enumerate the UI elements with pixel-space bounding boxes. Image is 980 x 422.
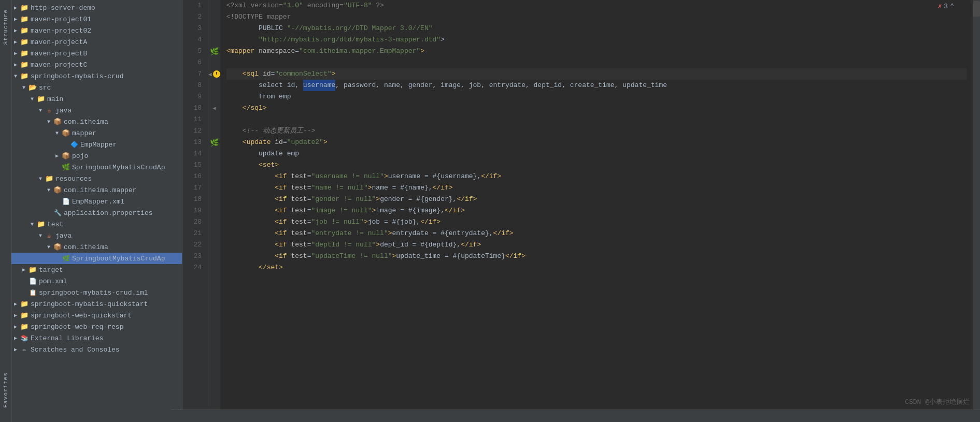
- arrow-icon: ▶: [11, 335, 20, 341]
- error-icon: ✗: [938, 2, 942, 10]
- tree-item-label: springboot-mybatis-crud.iml: [39, 289, 148, 297]
- folder-icon: 📁: [20, 4, 29, 12]
- sidebar-item-maven-project02[interactable]: ▶ 📁 maven-project02: [11, 25, 182, 36]
- tree-item-label: maven-projectA: [31, 38, 87, 46]
- java-test-icon: 🌿: [61, 255, 70, 263]
- folder-icon: 📁: [20, 61, 29, 69]
- tree-item-label: springboot-mybatis-quickstart: [31, 300, 148, 308]
- arrow-icon: ▶: [11, 50, 20, 56]
- tree-item-label: target: [39, 266, 63, 274]
- iml-file-icon: 📋: [28, 289, 37, 297]
- tree-item-label: maven-project02: [31, 27, 91, 35]
- folder-icon: 📁: [20, 311, 29, 319]
- arrow-icon: ▶: [11, 324, 20, 330]
- package-icon: 📦: [61, 152, 70, 160]
- package-icon: 📦: [53, 118, 62, 126]
- sidebar-item-scratches-and-consoles[interactable]: ▶ ✏️ Scratches and Consoles: [11, 344, 182, 355]
- sidebar-item-external-libraries[interactable]: ▶ 📚 External Libraries: [11, 332, 182, 344]
- arrow-icon: ▶: [11, 27, 20, 34]
- sidebar-item-springboot-crud-app-test[interactable]: ▶ 🌿 SpringbootMybatisCrudAp: [11, 253, 182, 264]
- code-line-5: <mapper namespace="com.itheima.mapper.Em…: [226, 46, 967, 57]
- tree-item-label: resources: [55, 175, 92, 183]
- sidebar-item-main[interactable]: ▼ 📁 main: [11, 93, 182, 105]
- spring-gutter-icon[interactable]: 🌿: [210, 47, 219, 56]
- code-line-14: update emp: [226, 148, 967, 159]
- tree-item-label: http-server-demo: [31, 4, 95, 12]
- sidebar-item-maven-projectB[interactable]: ▶ 📁 maven-projectB: [11, 48, 182, 59]
- sidebar-item-test-java[interactable]: ▼ ☕ java: [11, 230, 182, 241]
- gutter-icons: 🌿 ◀ ! ◀ 🌿: [208, 0, 220, 422]
- java-folder-icon: ☕: [45, 231, 54, 240]
- sidebar-item-test-com-itheima[interactable]: ▼ 📦 com.itheima: [11, 241, 182, 253]
- code-line-3: PUBLIC "-//mybatis.org//DTD Mapper 3.0//…: [226, 23, 967, 34]
- code-line-23: <if test="updateTime != null">update_tim…: [226, 251, 967, 262]
- sidebar-item-src[interactable]: ▼ 📂 src: [11, 82, 182, 93]
- sidebar-item-springboot-iml[interactable]: ▶ 📋 springboot-mybatis-crud.iml: [11, 287, 182, 298]
- scrollbar-thumb[interactable]: [973, 1, 980, 17]
- sidebar-item-springboot-web-req-resp[interactable]: ▶ 📁 springboot-web-req-resp: [11, 321, 182, 332]
- spring-gutter-icon-13[interactable]: 🌿: [210, 138, 219, 147]
- structure-label[interactable]: Structure: [1, 5, 10, 49]
- tree-item-label: EmpMapper.xml: [72, 198, 124, 206]
- sidebar-item-pojo[interactable]: ▶ 📦 pojo: [11, 150, 182, 162]
- sidebar-item-com-itheima[interactable]: ▼ 📦 com.itheima: [11, 116, 182, 127]
- arrow-icon: ▶: [11, 39, 20, 45]
- project-tree: ▶ 📁 http-server-demo ▶ 📁 maven-project01…: [11, 0, 182, 422]
- sidebar-item-maven-projectC[interactable]: ▶ 📁 maven-projectC: [11, 59, 182, 70]
- expand-icon[interactable]: ⌃: [950, 2, 954, 10]
- code-line-12: <!-- 动态更新员工-->: [226, 125, 967, 137]
- arrow-icon: ▼: [53, 130, 61, 136]
- code-line-6: [226, 57, 967, 68]
- sidebar-item-springboot-mybatis-quickstart[interactable]: ▶ 📁 springboot-mybatis-quickstart: [11, 298, 182, 310]
- sidebar-item-application-properties[interactable]: ▶ 🔧 application.properties: [11, 207, 182, 219]
- sidebar-item-com-itheima-mapper[interactable]: ▼ 📦 com.itheima.mapper: [11, 184, 182, 196]
- code-editor[interactable]: <?xml version="1.0" encoding="UTF-8" ?> …: [220, 0, 973, 422]
- tree-item-label: maven-project01: [31, 16, 91, 23]
- resources-folder-icon: 📁: [45, 174, 54, 183]
- code-line-7: <sql id="commonSelect">: [226, 68, 967, 80]
- arrow-icon: ▼: [36, 108, 45, 113]
- scratches-icon: ✏️: [20, 346, 29, 354]
- sidebar-item-springboot-app1[interactable]: ▶ 🌿 SpringbootMybatisCrudAp: [11, 162, 182, 173]
- fold-close-10[interactable]: ◀: [212, 105, 216, 111]
- tree-item-label: maven-projectB: [31, 50, 87, 57]
- sidebar-item-EmpMapper-xml[interactable]: ▶ 📄 EmpMapper.xml: [11, 196, 182, 207]
- tree-item-label: springboot-web-quickstart: [31, 312, 132, 319]
- arrow-icon: ▼: [45, 244, 53, 250]
- sidebar-item-maven-project01[interactable]: ▶ 📁 maven-project01: [11, 13, 182, 25]
- minimap-scrollbar[interactable]: [973, 0, 980, 422]
- fold-icon-7[interactable]: ◀: [208, 71, 212, 78]
- sidebar-item-java[interactable]: ▼ ☕ java: [11, 105, 182, 116]
- arrow-icon: ▶: [20, 267, 28, 273]
- code-line-4: "http://mybatis.org/dtd/mybatis-3-mapper…: [226, 34, 967, 46]
- library-icon: 📚: [20, 334, 29, 342]
- tree-item-label: springboot-mybatis-crud: [31, 72, 123, 80]
- sidebar-item-pom-xml[interactable]: ▶ 📄 pom.xml: [11, 275, 182, 287]
- bulb-icon-7[interactable]: !: [213, 70, 220, 78]
- tree-item-label: com.itheima: [64, 118, 108, 126]
- sidebar-item-test[interactable]: ▼ 📁 test: [11, 219, 182, 230]
- tree-item-label: pom.xml: [39, 278, 67, 285]
- sidebar-item-http-server-demo[interactable]: ▶ 📁 http-server-demo: [11, 2, 182, 13]
- arrow-icon: ▶: [11, 346, 20, 353]
- sidebar-item-maven-projectA[interactable]: ▶ 📁 maven-projectA: [11, 36, 182, 48]
- tree-item-label: SpringbootMybatisCrudAp: [72, 164, 165, 171]
- structure-panel[interactable]: Structure Favorites: [0, 0, 11, 422]
- folder-icon: 📁: [20, 26, 29, 35]
- error-count: 3: [944, 3, 948, 10]
- xml-file-icon: 📄: [61, 198, 70, 206]
- sidebar-item-mapper[interactable]: ▼ 📦 mapper: [11, 127, 182, 139]
- sidebar-item-resources[interactable]: ▼ 📁 resources: [11, 173, 182, 184]
- favorites-label[interactable]: Favorites: [1, 368, 10, 412]
- arrow-icon: ▼: [36, 176, 45, 182]
- editor-content[interactable]: 1 2 3 4 5 6 7 8 9 10 11 12 13 14 15 16 1…: [182, 0, 980, 422]
- sidebar-item-springboot-web-quickstart[interactable]: ▶ 📁 springboot-web-quickstart: [11, 310, 182, 321]
- tree-item-label: application.properties: [64, 209, 153, 217]
- code-line-11: [226, 114, 967, 125]
- sidebar-item-springboot-mybatis-crud[interactable]: ▼ 📁 springboot-mybatis-crud: [11, 70, 182, 82]
- sidebar-item-target[interactable]: ▶ 📁 target: [11, 264, 182, 275]
- sidebar-item-EmpMapper[interactable]: ▶ 🔷 EmpMapper: [11, 139, 182, 150]
- code-line-1: <?xml version="1.0" encoding="UTF-8" ?>: [226, 0, 967, 11]
- arrow-icon: ▶: [11, 5, 20, 11]
- tree-item-label: maven-projectC: [31, 61, 87, 69]
